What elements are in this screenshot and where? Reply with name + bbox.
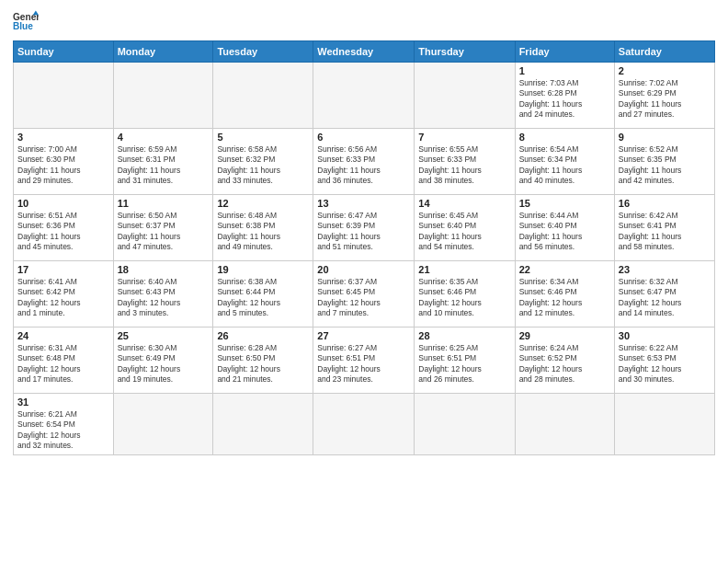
day-info: Sunrise: 6:56 AM Sunset: 6:33 PM Dayligh…	[317, 144, 410, 187]
calendar-day-cell: 15Sunrise: 6:44 AM Sunset: 6:40 PM Dayli…	[515, 195, 614, 261]
day-info: Sunrise: 6:48 AM Sunset: 6:38 PM Dayligh…	[217, 211, 309, 253]
day-info: Sunrise: 7:02 AM Sunset: 6:29 PM Dayligh…	[619, 78, 711, 121]
calendar-day-cell: 29Sunrise: 6:24 AM Sunset: 6:52 PM Dayli…	[515, 327, 614, 394]
weekday-header-monday: Monday	[113, 41, 213, 63]
day-info: Sunrise: 6:32 AM Sunset: 6:47 PM Dayligh…	[619, 277, 711, 319]
calendar-day-cell: 22Sunrise: 6:34 AM Sunset: 6:46 PM Dayli…	[515, 261, 614, 327]
calendar-day-cell: 2Sunrise: 7:02 AM Sunset: 6:29 PM Daylig…	[614, 63, 714, 129]
day-number: 22	[519, 264, 610, 275]
day-info: Sunrise: 6:37 AM Sunset: 6:45 PM Dayligh…	[317, 277, 410, 319]
calendar-day-cell	[313, 394, 415, 455]
calendar-day-cell: 27Sunrise: 6:27 AM Sunset: 6:51 PM Dayli…	[313, 327, 415, 394]
calendar-day-cell: 19Sunrise: 6:38 AM Sunset: 6:44 PM Dayli…	[213, 261, 313, 327]
day-number: 23	[619, 264, 711, 275]
day-info: Sunrise: 6:30 AM Sunset: 6:49 PM Dayligh…	[118, 343, 210, 385]
weekday-header-wednesday: Wednesday	[313, 41, 415, 63]
calendar-day-cell	[415, 394, 515, 455]
header: General Blue	[13, 9, 715, 35]
calendar-day-cell	[213, 63, 313, 129]
day-number: 18	[118, 264, 210, 275]
calendar-day-cell: 25Sunrise: 6:30 AM Sunset: 6:49 PM Dayli…	[113, 327, 213, 394]
day-info: Sunrise: 6:47 AM Sunset: 6:39 PM Dayligh…	[317, 211, 410, 253]
calendar-week-row: 10Sunrise: 6:51 AM Sunset: 6:36 PM Dayli…	[14, 195, 715, 261]
calendar-day-cell	[113, 63, 213, 129]
calendar-day-cell: 21Sunrise: 6:35 AM Sunset: 6:46 PM Dayli…	[415, 261, 515, 327]
calendar-day-cell	[415, 63, 515, 129]
calendar-day-cell: 31Sunrise: 6:21 AM Sunset: 6:54 PM Dayli…	[14, 394, 114, 455]
calendar-day-cell: 16Sunrise: 6:42 AM Sunset: 6:41 PM Dayli…	[614, 195, 714, 261]
calendar-day-cell: 30Sunrise: 6:22 AM Sunset: 6:53 PM Dayli…	[614, 327, 714, 394]
day-number: 24	[17, 330, 109, 341]
calendar-day-cell: 12Sunrise: 6:48 AM Sunset: 6:38 PM Dayli…	[213, 195, 313, 261]
day-info: Sunrise: 6:38 AM Sunset: 6:44 PM Dayligh…	[217, 277, 309, 319]
day-number: 4	[118, 132, 210, 143]
calendar-day-cell: 3Sunrise: 7:00 AM Sunset: 6:30 PM Daylig…	[14, 129, 114, 195]
day-number: 19	[217, 264, 309, 275]
day-info: Sunrise: 6:22 AM Sunset: 6:53 PM Dayligh…	[619, 343, 711, 385]
calendar-day-cell: 28Sunrise: 6:25 AM Sunset: 6:51 PM Dayli…	[415, 327, 515, 394]
day-number: 8	[519, 132, 610, 143]
day-info: Sunrise: 6:42 AM Sunset: 6:41 PM Dayligh…	[619, 211, 711, 253]
day-info: Sunrise: 7:03 AM Sunset: 6:28 PM Dayligh…	[519, 78, 610, 121]
day-info: Sunrise: 6:21 AM Sunset: 6:54 PM Dayligh…	[17, 409, 109, 452]
calendar-day-cell: 9Sunrise: 6:52 AM Sunset: 6:35 PM Daylig…	[614, 129, 714, 195]
day-number: 30	[619, 330, 711, 341]
day-info: Sunrise: 6:44 AM Sunset: 6:40 PM Dayligh…	[519, 211, 610, 253]
calendar-day-cell	[14, 63, 114, 129]
day-number: 9	[619, 132, 711, 143]
calendar-day-cell: 23Sunrise: 6:32 AM Sunset: 6:47 PM Dayli…	[614, 261, 714, 327]
calendar-day-cell	[515, 394, 614, 455]
day-number: 16	[619, 198, 711, 209]
calendar-day-cell: 20Sunrise: 6:37 AM Sunset: 6:45 PM Dayli…	[313, 261, 415, 327]
page: General Blue SundayMondayTuesdayWednesda…	[0, 0, 728, 563]
day-info: Sunrise: 6:28 AM Sunset: 6:50 PM Dayligh…	[217, 343, 309, 385]
calendar-day-cell: 10Sunrise: 6:51 AM Sunset: 6:36 PM Dayli…	[14, 195, 114, 261]
day-number: 6	[317, 132, 410, 143]
day-info: Sunrise: 6:51 AM Sunset: 6:36 PM Dayligh…	[17, 211, 109, 253]
calendar-day-cell: 17Sunrise: 6:41 AM Sunset: 6:42 PM Dayli…	[14, 261, 114, 327]
day-number: 2	[619, 65, 711, 76]
calendar-day-cell: 8Sunrise: 6:54 AM Sunset: 6:34 PM Daylig…	[515, 129, 614, 195]
day-number: 12	[217, 198, 309, 209]
calendar-week-row: 24Sunrise: 6:31 AM Sunset: 6:48 PM Dayli…	[14, 327, 715, 394]
calendar-day-cell: 13Sunrise: 6:47 AM Sunset: 6:39 PM Dayli…	[313, 195, 415, 261]
weekday-header-saturday: Saturday	[614, 41, 714, 63]
calendar-day-cell	[614, 394, 714, 455]
calendar-day-cell: 4Sunrise: 6:59 AM Sunset: 6:31 PM Daylig…	[113, 129, 213, 195]
calendar-day-cell: 6Sunrise: 6:56 AM Sunset: 6:33 PM Daylig…	[313, 129, 415, 195]
day-info: Sunrise: 6:25 AM Sunset: 6:51 PM Dayligh…	[418, 343, 510, 385]
day-number: 25	[118, 330, 210, 341]
day-number: 27	[317, 330, 410, 341]
day-number: 3	[17, 132, 109, 143]
weekday-header-friday: Friday	[515, 41, 614, 63]
day-number: 5	[217, 132, 309, 143]
day-number: 26	[217, 330, 309, 341]
calendar-day-cell: 7Sunrise: 6:55 AM Sunset: 6:33 PM Daylig…	[415, 129, 515, 195]
day-number: 31	[17, 396, 109, 408]
day-number: 13	[317, 198, 410, 209]
calendar-day-cell	[213, 394, 313, 455]
day-info: Sunrise: 6:52 AM Sunset: 6:35 PM Dayligh…	[619, 144, 711, 187]
day-info: Sunrise: 6:24 AM Sunset: 6:52 PM Dayligh…	[519, 343, 610, 385]
day-info: Sunrise: 6:40 AM Sunset: 6:43 PM Dayligh…	[118, 277, 210, 319]
calendar-day-cell	[313, 63, 415, 129]
day-number: 21	[418, 264, 510, 275]
calendar-week-row: 1Sunrise: 7:03 AM Sunset: 6:28 PM Daylig…	[14, 63, 715, 129]
calendar-day-cell: 11Sunrise: 6:50 AM Sunset: 6:37 PM Dayli…	[113, 195, 213, 261]
calendar-day-cell: 1Sunrise: 7:03 AM Sunset: 6:28 PM Daylig…	[515, 63, 614, 129]
day-info: Sunrise: 6:59 AM Sunset: 6:31 PM Dayligh…	[118, 144, 210, 187]
day-number: 15	[519, 198, 610, 209]
weekday-header-sunday: Sunday	[14, 41, 114, 63]
calendar-day-cell: 18Sunrise: 6:40 AM Sunset: 6:43 PM Dayli…	[113, 261, 213, 327]
calendar-day-cell: 14Sunrise: 6:45 AM Sunset: 6:40 PM Dayli…	[415, 195, 515, 261]
day-info: Sunrise: 6:50 AM Sunset: 6:37 PM Dayligh…	[118, 211, 210, 253]
day-number: 17	[17, 264, 109, 275]
calendar-day-cell	[113, 394, 213, 455]
day-info: Sunrise: 7:00 AM Sunset: 6:30 PM Dayligh…	[17, 144, 109, 187]
weekday-header-tuesday: Tuesday	[213, 41, 313, 63]
day-number: 11	[118, 198, 210, 209]
day-number: 28	[418, 330, 510, 341]
day-info: Sunrise: 6:45 AM Sunset: 6:40 PM Dayligh…	[418, 211, 510, 253]
calendar-week-row: 3Sunrise: 7:00 AM Sunset: 6:30 PM Daylig…	[14, 129, 715, 195]
calendar-header-row: SundayMondayTuesdayWednesdayThursdayFrid…	[14, 41, 715, 63]
